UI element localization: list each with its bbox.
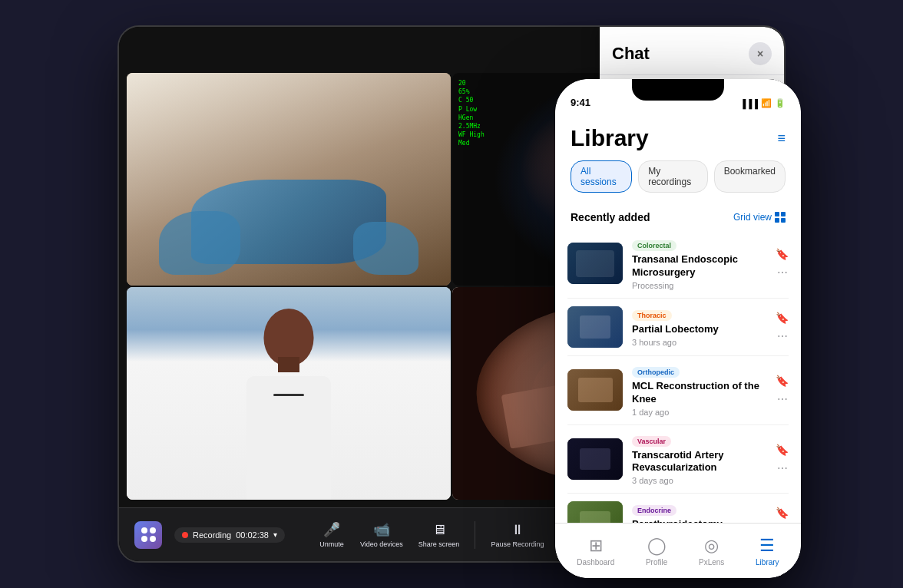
recording-time: 00:02:38 <box>236 530 269 540</box>
toolbar-unmute[interactable]: 🎤 Unmute <box>313 518 351 551</box>
wifi-icon: 📶 <box>761 98 772 108</box>
profile-label: Profile <box>646 558 667 567</box>
dashboard-icon: ⊞ <box>589 536 603 556</box>
item-actions-endocrine: 🔖 ⋯ <box>776 507 789 523</box>
phone-device: 9:41 ▐▐▐ 📶 🔋 Library ≡ All sessio <box>555 79 801 578</box>
item-thumbnail-vascular <box>567 438 623 480</box>
toolbar-share[interactable]: 🖥 Share screen <box>412 519 466 551</box>
phone-notch <box>632 79 724 101</box>
library-content: Library ≡ All sessions My recordings Boo… <box>555 113 801 578</box>
item-actions-colorectal: 🔖 ⋯ <box>776 248 789 279</box>
status-time: 9:41 <box>571 97 590 108</box>
item-status: Processing <box>632 281 766 290</box>
item-tag: Vascular <box>632 436 671 447</box>
phone-screen: 9:41 ▐▐▐ 📶 🔋 Library ≡ All sessio <box>555 79 801 578</box>
video-cell-doctor <box>127 287 451 500</box>
item-tag: Endocrine <box>632 505 676 516</box>
more-options-icon[interactable]: ⋯ <box>777 266 788 279</box>
item-thumbnail-endocrine <box>567 501 623 523</box>
toolbar-pause[interactable]: ⏸ Pause Recording <box>485 519 550 551</box>
bookmark-icon[interactable]: 🔖 <box>776 312 789 324</box>
bookmark-icon[interactable]: 🔖 <box>776 248 789 260</box>
endo-simulation <box>127 73 451 286</box>
tab-all-sessions[interactable]: All sessions <box>571 160 632 193</box>
item-name: Transanal Endoscopic Microsurgery <box>632 253 766 279</box>
item-info-endocrine: Endocrine Parathyroidectomy 4 days ago <box>632 502 766 523</box>
recently-added-label: Recently added <box>571 211 650 223</box>
list-item[interactable]: Vascular Transcarotid Artery Revasculari… <box>567 425 789 494</box>
item-status: 3 days ago <box>632 476 766 485</box>
session-tabs: All sessions My recordings Bookmarked <box>571 160 786 193</box>
recording-indicator <box>182 532 188 538</box>
unmute-label: Unmute <box>319 540 344 548</box>
status-icons: ▐▐▐ 📶 🔋 <box>740 98 786 108</box>
item-info-ortho: Orthopedic MCL Reconstruction of the Kne… <box>632 364 766 417</box>
pxlens-label: PxLens <box>699 558 724 567</box>
nav-dashboard[interactable]: ⊞ Dashboard <box>567 533 624 570</box>
list-item[interactable]: Thoracic Partial Lobectomy 3 hours ago 🔖… <box>567 299 789 356</box>
grid-view-label: Grid view <box>733 212 772 223</box>
more-options-icon[interactable]: ⋯ <box>777 330 788 342</box>
item-thumbnail-thoracic <box>567 306 623 348</box>
nav-library[interactable]: ☰ Library <box>746 533 789 570</box>
bookmark-icon[interactable]: 🔖 <box>776 444 789 456</box>
item-status: 3 hours ago <box>632 338 766 347</box>
item-tag: Thoracic <box>632 310 672 321</box>
nav-profile[interactable]: ◯ Profile <box>637 533 676 570</box>
recording-badge: Recording 00:02:38 ▾ <box>174 527 285 543</box>
chat-title: Chat <box>612 44 650 64</box>
pxlens-icon: ◎ <box>704 536 719 556</box>
item-info-thoracic: Thoracic Partial Lobectomy 3 hours ago <box>632 307 766 347</box>
chat-close-button[interactable]: × <box>749 42 772 65</box>
item-tag: Colorectal <box>632 240 676 251</box>
item-tag: Orthopedic <box>632 367 680 378</box>
dashboard-label: Dashboard <box>577 558 614 567</box>
item-info-vascular: Vascular Transcarotid Artery Revasculari… <box>632 433 766 486</box>
ultrasound-text: 2065%C 50P LowHGen2.5MHzWF HighMed <box>458 79 485 148</box>
item-status: 1 day ago <box>632 408 766 417</box>
bookmark-icon[interactable]: 🔖 <box>776 507 789 519</box>
more-options-icon[interactable]: ⋯ <box>777 393 788 405</box>
profile-icon: ◯ <box>647 536 666 556</box>
item-actions-ortho: 🔖 ⋯ <box>776 375 789 405</box>
video-label: Video devices <box>360 540 403 548</box>
library-title-row: Library ≡ <box>571 125 786 151</box>
nav-pxlens[interactable]: ◎ PxLens <box>690 533 733 570</box>
item-name: MCL Reconstruction of the Knee <box>632 380 766 406</box>
toolbar-video[interactable]: 📹 Video devices <box>354 518 409 551</box>
library-nav-label: Library <box>756 558 779 567</box>
library-list-header: Recently added Grid view <box>555 202 801 230</box>
app-logo <box>134 521 162 549</box>
list-item[interactable]: Orthopedic MCL Reconstruction of the Kne… <box>567 356 789 425</box>
video-cell-endoscope <box>127 73 451 286</box>
item-thumbnail-ortho <box>567 369 623 411</box>
share-label: Share screen <box>418 540 460 548</box>
library-title: Library <box>571 125 649 151</box>
tab-bookmarked[interactable]: Bookmarked <box>714 160 786 193</box>
bookmark-icon[interactable]: 🔖 <box>776 375 789 387</box>
chat-header: Chat × <box>600 27 784 75</box>
item-thumbnail-colorectal <box>567 243 623 284</box>
library-header: Library ≡ All sessions My recordings Boo… <box>555 113 801 202</box>
recording-label: Recording <box>193 530 231 540</box>
phone-bottom-nav: ⊞ Dashboard ◯ Profile ◎ PxLens ☰ Library <box>555 523 801 578</box>
item-actions-vascular: 🔖 ⋯ <box>776 444 789 474</box>
library-icon: ☰ <box>759 536 775 556</box>
battery-icon: 🔋 <box>775 98 786 108</box>
more-options-icon[interactable]: ⋯ <box>777 462 788 474</box>
item-name: Transcarotid Artery Revascularization <box>632 449 766 475</box>
list-item[interactable]: Endocrine Parathyroidectomy 4 days ago 🔖… <box>567 494 789 523</box>
video-icon: 📹 <box>373 521 390 538</box>
share-icon: 🖥 <box>432 522 446 538</box>
library-items: Colorectal Transanal Endoscopic Microsur… <box>555 230 801 523</box>
item-actions-thoracic: 🔖 ⋯ <box>776 312 789 342</box>
grid-view-button[interactable]: Grid view <box>733 212 786 223</box>
filter-icon[interactable]: ≡ <box>777 130 786 147</box>
item-name: Partial Lobectomy <box>632 323 766 336</box>
tab-my-recordings[interactable]: My recordings <box>638 160 707 193</box>
pause-icon: ⏸ <box>511 522 524 538</box>
list-item[interactable]: Colorectal Transanal Endoscopic Microsur… <box>567 230 789 299</box>
signal-icon: ▐▐▐ <box>740 99 758 108</box>
toolbar-divider-2 <box>475 521 475 549</box>
tablet-wrapper: 2065%C 50P LowHGen2.5MHzWF HighMed +81.6… <box>117 25 786 563</box>
